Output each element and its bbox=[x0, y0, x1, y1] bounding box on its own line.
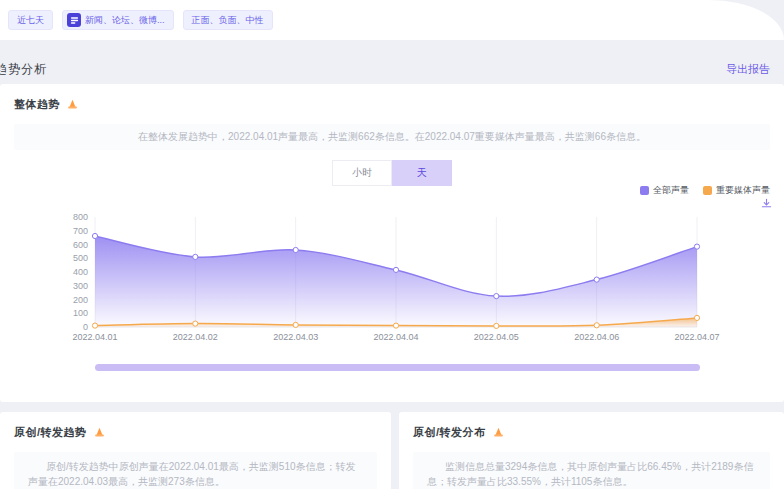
legend-swatch-media bbox=[703, 186, 712, 195]
section-header: 趋势分析 导出报告 bbox=[0, 55, 784, 84]
overall-trend-title: 整体趋势 bbox=[14, 97, 60, 112]
svg-text:0: 0 bbox=[83, 322, 88, 332]
svg-text:2022.04.03: 2022.04.03 bbox=[273, 332, 318, 342]
svg-text:500: 500 bbox=[73, 253, 88, 263]
svg-text:2022.04.06: 2022.04.06 bbox=[574, 332, 619, 342]
original-repost-trend-title-row: 原创/转发趋势 bbox=[0, 412, 391, 440]
cone-badge-icon bbox=[492, 426, 505, 439]
original-repost-distribution-card: 原创/转发分布 监测信息总量3294条信息，其中原创声量占比66.45%，共计2… bbox=[399, 412, 784, 489]
svg-text:100: 100 bbox=[73, 308, 88, 318]
toggle-day-button[interactable]: 天 bbox=[392, 160, 452, 186]
svg-text:2022.04.07: 2022.04.07 bbox=[674, 332, 719, 342]
sentiment-label: 正面、负面、中性 bbox=[192, 14, 264, 27]
cone-badge-icon bbox=[93, 426, 106, 439]
filter-bar: 近七天 新闻、论坛、微博... 正面、负面、中性 bbox=[0, 0, 784, 40]
chart-legend: 全部声量 重要媒体声量 bbox=[640, 184, 770, 197]
original-repost-trend-card: 原创/转发趋势 原创/转发趋势中原创声量在2022.04.01最高，共监测510… bbox=[0, 412, 391, 489]
legend-item-total[interactable]: 全部声量 bbox=[640, 184, 689, 197]
overall-trend-title-row: 整体趋势 bbox=[0, 84, 784, 112]
legend-swatch-total bbox=[640, 186, 649, 195]
original-repost-distribution-title: 原创/转发分布 bbox=[413, 425, 486, 440]
date-range-chip[interactable]: 近七天 bbox=[8, 10, 53, 30]
sources-chip[interactable]: 新闻、论坛、微博... bbox=[62, 10, 174, 30]
svg-text:800: 800 bbox=[73, 212, 88, 222]
granularity-toggle: 小时 天 bbox=[0, 160, 784, 186]
svg-text:2022.04.04: 2022.04.04 bbox=[373, 332, 418, 342]
svg-text:2022.04.02: 2022.04.02 bbox=[173, 332, 218, 342]
svg-text:600: 600 bbox=[73, 240, 88, 250]
cone-badge-icon bbox=[66, 98, 79, 111]
date-range-label: 近七天 bbox=[17, 14, 44, 27]
original-repost-distribution-summary: 监测信息总量3294条信息，其中原创声量占比66.45%，共计2189条信息；转… bbox=[413, 452, 770, 489]
export-report-link[interactable]: 导出报告 bbox=[726, 62, 770, 77]
legend-label-media: 重要媒体声量 bbox=[716, 184, 770, 197]
overall-trend-summary: 在整体发展趋势中，2022.04.01声量最高，共监测662条信息。在2022.… bbox=[14, 124, 770, 150]
original-repost-trend-summary: 原创/转发趋势中原创声量在2022.04.01最高，共监测510条信息；转发声量… bbox=[14, 452, 377, 489]
page-title: 趋势分析 bbox=[0, 61, 47, 78]
chart-scrollbar[interactable] bbox=[95, 364, 700, 371]
sentiment-chip[interactable]: 正面、负面、中性 bbox=[183, 10, 273, 30]
sources-icon bbox=[67, 13, 81, 27]
legend-item-media[interactable]: 重要媒体声量 bbox=[703, 184, 770, 197]
filter-chips: 近七天 新闻、论坛、微博... 正面、负面、中性 bbox=[8, 10, 273, 30]
svg-text:300: 300 bbox=[73, 281, 88, 291]
overall-trend-card: 整体趋势 在整体发展趋势中，2022.04.01声量最高，共监测662条信息。在… bbox=[0, 84, 784, 402]
svg-text:2022.04.01: 2022.04.01 bbox=[72, 332, 117, 342]
toggle-hour-button[interactable]: 小时 bbox=[332, 160, 392, 186]
original-repost-distribution-title-row: 原创/转发分布 bbox=[399, 412, 784, 440]
legend-label-total: 全部声量 bbox=[653, 184, 689, 197]
trend-chart[interactable]: 01002003004005006007008002022.04.012022.… bbox=[14, 202, 770, 350]
sources-label: 新闻、论坛、微博... bbox=[85, 14, 165, 27]
svg-text:2022.04.05: 2022.04.05 bbox=[474, 332, 519, 342]
original-repost-trend-title: 原创/转发趋势 bbox=[14, 425, 87, 440]
svg-text:700: 700 bbox=[73, 226, 88, 236]
svg-text:400: 400 bbox=[73, 267, 88, 277]
svg-text:200: 200 bbox=[73, 295, 88, 305]
